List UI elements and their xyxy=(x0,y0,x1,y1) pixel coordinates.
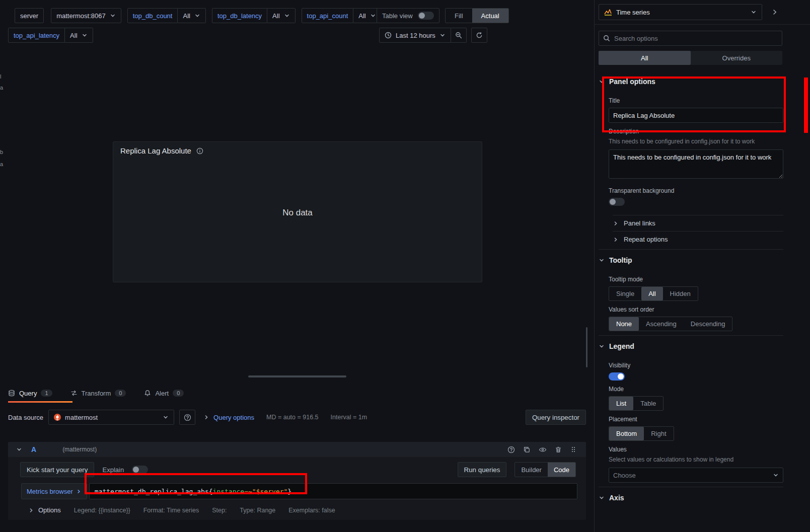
repeat-options-row[interactable]: Repeat options xyxy=(613,231,783,247)
values-sort-order-field: Values sort order None Ascending Descend… xyxy=(609,306,783,331)
variable-value-dropdown[interactable]: All xyxy=(267,8,295,23)
query-inspector-button[interactable]: Query inspector xyxy=(526,410,586,425)
variable-value-dropdown[interactable]: mattermost:8067 xyxy=(51,8,121,23)
tooltip-mode-single[interactable]: Single xyxy=(609,287,641,300)
section-tooltip[interactable]: Tooltip xyxy=(599,249,783,271)
panel-links-row[interactable]: Panel links xyxy=(613,215,783,231)
variable-label: top_api_count xyxy=(302,8,354,23)
explain-toggle[interactable] xyxy=(132,466,148,474)
section-legend[interactable]: Legend xyxy=(599,335,783,357)
panel-title-input[interactable] xyxy=(609,108,783,123)
panel-options-sidebar: Time series All Overrides Panel options xyxy=(594,0,810,532)
fill-option[interactable]: Fill xyxy=(446,9,472,23)
exemplars-summary: Exemplars: false xyxy=(288,507,335,514)
variable-label: top_api_latency xyxy=(8,28,65,43)
prometheus-icon xyxy=(54,414,61,421)
promql-expression-input[interactable]: mattermost_db_replica_lag_abs{instance=~… xyxy=(89,483,577,499)
section-axis[interactable]: Axis xyxy=(599,487,783,508)
visualization-picker[interactable]: Time series xyxy=(599,4,762,20)
main-scrollbar-thumb[interactable] xyxy=(586,327,587,367)
chevron-down-icon xyxy=(751,9,757,15)
query-ref-id[interactable]: A xyxy=(31,445,36,453)
tooltip-mode-field: Tooltip mode Single All Hidden xyxy=(609,276,783,301)
datasource-help-button[interactable] xyxy=(179,410,195,425)
section-panel-options[interactable]: Panel options xyxy=(599,71,783,92)
metrics-browser-button[interactable]: Metrics browser xyxy=(21,483,87,499)
table-view-toggle[interactable] xyxy=(418,12,434,20)
tooltip-mode-label: Tooltip mode xyxy=(609,276,783,283)
legend-visibility-toggle[interactable] xyxy=(609,372,625,381)
chevron-down-icon xyxy=(599,79,605,85)
pane-resize-handle[interactable] xyxy=(248,375,346,377)
chevron-down-icon xyxy=(370,13,376,19)
transparent-background-toggle[interactable] xyxy=(609,198,625,206)
query-ref-datasource: (mattermost) xyxy=(62,446,97,453)
timeseries-viz-icon xyxy=(604,8,612,16)
kick-start-button[interactable]: Kick start your query xyxy=(20,462,94,477)
variable-value-dropdown[interactable]: All xyxy=(65,28,93,43)
duplicate-icon[interactable] xyxy=(523,446,531,453)
collapse-chevron-icon[interactable] xyxy=(16,446,22,452)
chevron-down-icon xyxy=(284,13,290,19)
panel-description-textarea[interactable]: This needs to be configured in config.js… xyxy=(609,149,783,179)
trash-icon[interactable] xyxy=(555,446,562,453)
sort-descending[interactable]: Descending xyxy=(684,317,732,331)
query-row-card: A (mattermost) Kick start your query Exp… xyxy=(8,442,586,520)
transform-icon xyxy=(70,390,78,397)
section-title: Legend xyxy=(609,342,634,350)
tab-query[interactable]: Query 1 xyxy=(8,390,52,397)
variable-label: server xyxy=(15,8,44,23)
refresh-icon xyxy=(476,32,483,39)
placement-bottom[interactable]: Bottom xyxy=(609,427,644,440)
time-range-picker[interactable]: Last 12 hours xyxy=(379,28,451,43)
chevron-right-icon xyxy=(76,489,82,494)
query-expression-row: Metrics browser mattermost_db_replica_la… xyxy=(8,477,586,499)
tooltip-mode-hidden[interactable]: Hidden xyxy=(663,287,698,300)
legend-mode-table[interactable]: Table xyxy=(633,397,663,410)
placement-right[interactable]: Right xyxy=(644,427,673,440)
code-option[interactable]: Code xyxy=(548,463,575,477)
time-controls: Last 12 hours xyxy=(379,28,487,43)
tab-alert[interactable]: Alert 0 xyxy=(144,390,184,397)
run-queries-button[interactable]: Run queries xyxy=(458,462,507,477)
variable-top-db-count: top_db_count All xyxy=(127,8,206,23)
sort-ascending[interactable]: Ascending xyxy=(639,317,684,331)
tooltip-mode-all[interactable]: All xyxy=(641,287,662,300)
query-count-badge: 1 xyxy=(41,390,52,397)
legend-mode-list[interactable]: List xyxy=(609,397,633,410)
query-options-toggle[interactable]: Query options xyxy=(203,414,254,421)
builder-option[interactable]: Builder xyxy=(515,463,547,477)
options-label: Options xyxy=(38,506,61,514)
editor-tabs: Query 1 Transform 0 Alert 0 xyxy=(0,384,594,403)
panel-links-label: Panel links xyxy=(624,219,655,227)
variable-value-dropdown[interactable]: All xyxy=(178,8,205,23)
collapse-sidebar-button[interactable] xyxy=(767,5,782,20)
variables-row-2: top_api_latency All xyxy=(8,28,93,43)
variable-label: top_db_latency xyxy=(212,8,267,23)
repeat-options-label: Repeat options xyxy=(624,236,668,243)
search-input[interactable] xyxy=(614,35,778,42)
pane-size-group: Fill Actual xyxy=(445,8,509,23)
help-icon[interactable] xyxy=(507,446,515,453)
info-icon[interactable] xyxy=(196,147,203,155)
sort-none[interactable]: None xyxy=(609,317,639,331)
actual-option[interactable]: Actual xyxy=(472,9,508,23)
legend-placement-field: Placement Bottom Right xyxy=(609,416,783,441)
refresh-button[interactable] xyxy=(471,28,487,43)
options-toggle[interactable]: Options xyxy=(28,506,61,514)
eye-icon[interactable] xyxy=(539,446,547,453)
explain-label: Explain xyxy=(102,466,124,474)
variable-top-api-count: top_api_count All xyxy=(302,8,382,23)
tooltip-mode-group: Single All Hidden xyxy=(609,286,698,301)
annotation-scrollbar-mark xyxy=(804,78,808,133)
datasource-select[interactable]: mattermost xyxy=(48,410,174,425)
zoom-out-button[interactable] xyxy=(451,28,467,43)
section-title: Panel options xyxy=(609,78,655,86)
drag-grip-icon[interactable] xyxy=(570,446,577,453)
tab-overrides[interactable]: Overrides xyxy=(691,51,783,65)
visibility-label: Visibility xyxy=(609,362,783,369)
legend-values-select[interactable]: Choose xyxy=(609,468,783,483)
tab-transform[interactable]: Transform 0 xyxy=(70,390,126,397)
query-editor-pane: Query 1 Transform 0 Alert 0 Data source xyxy=(0,384,594,532)
tab-all[interactable]: All xyxy=(599,51,691,65)
